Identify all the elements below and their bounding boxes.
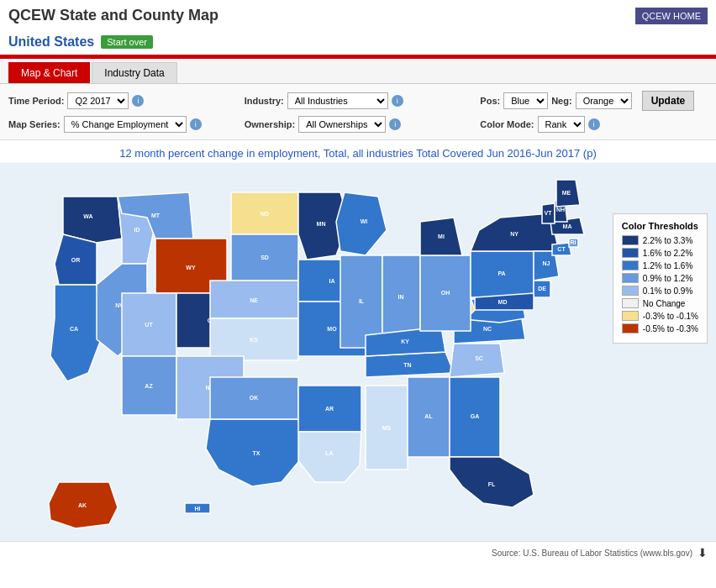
qcew-home-button[interactable]: QCEW HOME (635, 8, 708, 24)
state-ak[interactable] (49, 482, 118, 528)
state-me[interactable] (556, 180, 580, 207)
state-ms[interactable] (366, 386, 408, 470)
footer: Source: U.S. Bureau of Labor Statistics … (0, 541, 716, 564)
page-subtitle: United States (8, 34, 94, 50)
industry-label: Industry: (245, 96, 284, 106)
state-al[interactable] (408, 377, 450, 457)
legend-label: 0.9% to 1.2% (643, 274, 692, 283)
state-ga[interactable] (450, 377, 500, 457)
state-hi[interactable] (185, 503, 210, 513)
page-title: QCEW State and County Map (8, 7, 218, 24)
map-series-control: Map Series: % Change Employment i (8, 116, 236, 133)
legend-item: 0.9% to 1.2% (622, 273, 698, 283)
state-vt[interactable] (542, 203, 555, 223)
legend-swatch (622, 260, 639, 270)
legend-swatch (622, 286, 639, 296)
state-ri[interactable] (569, 239, 578, 247)
legend-swatch (622, 235, 639, 245)
start-over-button[interactable]: Start over (101, 35, 153, 49)
legend-swatch (622, 248, 639, 258)
map-series-label: Map Series: (8, 119, 61, 129)
legend-item: No Change (622, 298, 698, 308)
legend-item: -0.3% to -0.1% (622, 311, 698, 321)
map-area: WA OR CA ID NV MT WY UT AZ CO ND SD (0, 163, 716, 541)
neg-label: Neg: (551, 96, 571, 106)
color-mode-label: Color Mode: (480, 119, 534, 129)
state-fl[interactable] (450, 457, 534, 507)
state-ks[interactable] (210, 318, 298, 360)
legend-item: 1.6% to 2.2% (622, 248, 698, 258)
legend-swatch (622, 273, 639, 283)
tabs-bar: Map & Chart Industry Data (0, 59, 716, 84)
pos-select[interactable]: Blue (503, 92, 548, 109)
state-ar[interactable] (298, 386, 361, 432)
map-legend: Color Thresholds 2.2% to 3.3%1.6% to 2.2… (613, 213, 708, 344)
tab-industry-data[interactable]: Industry Data (92, 62, 176, 83)
legend-label: No Change (643, 299, 686, 308)
state-in[interactable] (382, 255, 420, 339)
legend-label: -0.3% to -0.1% (643, 312, 698, 321)
controls-panel: Time Period: Q2 2017 i Industry: All Ind… (0, 84, 716, 140)
legend-label: 1.6% to 2.2% (643, 249, 692, 258)
state-ok[interactable] (210, 377, 298, 419)
state-de[interactable] (534, 281, 550, 297)
state-wa[interactable] (63, 197, 122, 243)
color-mode-info-icon[interactable]: i (588, 118, 600, 130)
color-mode-select[interactable]: Rank (538, 116, 585, 133)
industry-select[interactable]: All Industries (287, 92, 388, 109)
ownership-label: Ownership: (245, 119, 296, 129)
legend-swatch (622, 311, 639, 321)
state-sd[interactable] (231, 234, 298, 281)
ownership-select[interactable]: All Ownerships (298, 116, 386, 133)
legend-items: 2.2% to 3.3%1.6% to 2.2%1.2% to 1.6%0.9%… (622, 235, 698, 333)
tab-map-chart[interactable]: Map & Chart (8, 62, 90, 83)
legend-label: 0.1% to 0.9% (643, 286, 692, 296)
state-or[interactable] (55, 234, 97, 285)
state-oh[interactable] (420, 255, 471, 331)
state-pa[interactable] (471, 251, 534, 297)
legend-item: 1.2% to 1.6% (622, 260, 698, 270)
map-series-info-icon[interactable]: i (190, 118, 202, 130)
industry-info-icon[interactable]: i (392, 95, 403, 107)
state-sc[interactable] (450, 344, 504, 377)
legend-item: -0.5% to -0.3% (622, 323, 698, 333)
ownership-control: Ownership: All Ownerships i (245, 116, 472, 133)
state-wi[interactable] (336, 192, 387, 255)
neg-select[interactable]: Orange (576, 92, 632, 109)
map-chart-title: 12 month percent change in employment, T… (0, 140, 716, 163)
state-ne[interactable] (210, 281, 298, 318)
pos-label: Pos: (480, 96, 500, 106)
state-nd[interactable] (231, 192, 298, 234)
legend-label: 1.2% to 1.6% (643, 261, 692, 270)
update-button[interactable]: Update (642, 91, 695, 111)
legend-item: 0.1% to 0.9% (622, 286, 698, 296)
source-text: Source: U.S. Bureau of Labor Statistics … (492, 549, 692, 558)
legend-title: Color Thresholds (622, 221, 698, 231)
legend-swatch (622, 323, 639, 333)
time-period-select[interactable]: Q2 2017 (67, 92, 129, 109)
ownership-info-icon[interactable]: i (389, 118, 401, 130)
state-ca[interactable] (50, 285, 101, 381)
state-tx[interactable] (206, 419, 303, 486)
legend-swatch (622, 298, 639, 308)
time-period-control: Time Period: Q2 2017 i (8, 92, 236, 109)
usa-map-svg: WA OR CA ID NV MT WY UT AZ CO ND SD (17, 171, 588, 533)
legend-label: -0.5% to -0.3% (643, 324, 698, 333)
legend-item: 2.2% to 3.3% (622, 235, 698, 245)
time-period-info-icon[interactable]: i (132, 95, 144, 107)
color-mode-control: Color Mode: Rank i (480, 116, 708, 133)
pos-neg-control: Pos: Blue Neg: Orange Update (480, 91, 708, 111)
map-series-select[interactable]: % Change Employment (64, 116, 187, 133)
download-icon[interactable]: ⬇ (698, 546, 708, 559)
state-mi[interactable] (420, 218, 462, 255)
state-az[interactable] (122, 356, 176, 415)
industry-control: Industry: All Industries i (245, 92, 472, 109)
subtitle-bar: United States Start over (0, 31, 716, 55)
state-ut[interactable] (122, 293, 176, 356)
legend-label: 2.2% to 3.3% (643, 236, 692, 245)
header: QCEW State and County Map QCEW HOME (0, 0, 716, 31)
state-la[interactable] (298, 432, 361, 482)
time-period-label: Time Period: (8, 96, 64, 106)
